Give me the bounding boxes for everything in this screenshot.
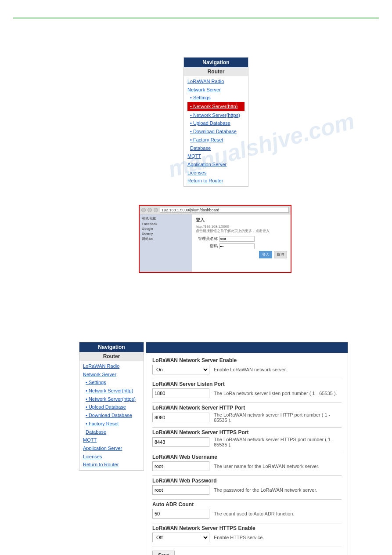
login-buttons: 登入 取消 [196,251,287,258]
nav-link-upload-top[interactable]: • Upload Database [187,119,245,127]
nav-link-mqtt-top[interactable]: MQTT [187,152,245,160]
password-input[interactable] [219,243,255,249]
setting-https-port-input[interactable] [152,437,209,447]
browser-content: 相机收藏 Facebook Google Udemy 网站65 登入 http:… [140,214,291,272]
setting-https-enable-label: LoRaWAN Network Server HTTPS Enable [152,525,342,531]
nav-link-return-bottom[interactable]: Return to Router [83,461,140,469]
nav-link-https-top[interactable]: • Network Server(https) [187,111,245,120]
nav-link-settings-top[interactable]: • Settings [187,94,245,102]
setting-adr-count-desc: The count used to Auto ADR function. [214,511,294,516]
setting-listen-port-content: The LoRa network server listen port numb… [152,388,342,398]
setting-password: LoRaWAN Web Password The password for th… [152,478,342,495]
browser-bookmark-1[interactable]: 相机收藏 [141,216,191,221]
setting-http-port-input[interactable] [152,413,209,422]
nav-link-settings-bottom[interactable]: • Settings [83,378,140,387]
setting-listen-port-input[interactable] [152,388,209,398]
nav-links-top: LoRaWAN Radio Network Server • Settings … [184,76,248,186]
nav-link-download-bottom[interactable]: • Download Database [83,411,140,420]
settings-panel-body: LoRaWAN Network Server Enable OnOff Enab… [146,353,348,555]
username-row: 管理员名称 [196,236,287,242]
setting-username-desc: The user name for the LoRaWAN network se… [214,464,319,469]
setting-adr-count-input[interactable] [152,509,209,519]
nav-router-top: Router [184,67,248,76]
nav-links-bottom: LoRaWAN Radio Network Server • Settings … [79,361,144,470]
nav-router-bottom: Router [79,352,144,361]
nav-link-lorawan-radio-top[interactable]: LoRaWAN Radio [187,77,245,86]
browser-forward[interactable] [147,208,152,212]
setting-http-port-content: The LoRaWAN network server HTTP port num… [152,412,342,423]
setting-enable: LoRaWAN Network Server Enable OnOff Enab… [152,357,342,374]
nav-link-mqtt-bottom[interactable]: MQTT [83,436,140,444]
setting-username-content: The user name for the LoRaWAN network se… [152,461,342,471]
setting-enable-label: LoRaWAN Network Server Enable [152,357,342,363]
username-label: 管理员名称 [196,236,218,242]
setting-username: LoRaWAN Web Username The user name for t… [152,454,342,471]
setting-https-port-label: LoRaWAN Network Server HTTPS Port [152,429,342,435]
nav-link-app-server-bottom[interactable]: Application Server [83,444,140,453]
setting-http-port-label: LoRaWAN Network Server HTTP Port [152,405,342,411]
nav-link-licenses-top[interactable]: Licenses [187,169,245,177]
setting-adr-count-label: Auto ADR Count [152,501,342,508]
nav-header-top: Navigation [184,58,248,67]
browser-screenshot: 192.168.1.5000/js/um/dashboard 相机收藏 Face… [139,205,291,273]
save-button[interactable]: Save [152,551,175,555]
setting-https-enable: LoRaWAN Network Server HTTPS Enable OffO… [152,525,342,542]
username-input[interactable] [219,236,255,242]
setting-adr-count: Auto ADR Count The count used to Auto AD… [152,501,342,519]
setting-enable-desc: Enable LoRaWAN network server. [214,367,287,372]
nav-link-factory-top[interactable]: • Factory Reset Database [187,136,245,152]
browser-bookmark-4[interactable]: Udemy [141,231,191,236]
nav-link-network-server-top[interactable]: Network Server [187,86,245,94]
setting-password-desc: The password for the LoRaWAN network ser… [214,487,317,493]
login-url: http://192.168.1.5000 [196,225,229,229]
setting-https-port: LoRaWAN Network Server HTTPS Port The Lo… [152,429,342,447]
login-hint: 点击链接按钮之前了解此页上的更多，点击登入 [196,229,270,233]
browser-back[interactable] [141,208,146,212]
nav-link-http-top[interactable]: • Network Server(http) [187,102,245,111]
setting-https-port-content: The LoRaWAN network server HTTPS port nu… [152,437,342,447]
cancel-button[interactable]: 取消 [274,251,287,258]
setting-http-port-desc: The LoRaWAN network server HTTP port num… [214,412,342,423]
nav-link-licenses-bottom[interactable]: Licenses [83,453,140,461]
setting-https-port-desc: The LoRaWAN network server HTTPS port nu… [214,437,342,447]
setting-listen-port-label: LoRaWAN Server Listen Port [152,381,342,387]
browser-bookmark-3[interactable]: Google [141,226,191,231]
browser-sidebar: 相机收藏 Facebook Google Udemy 网站65 [140,214,192,272]
setting-username-label: LoRaWAN Web Username [152,454,342,460]
nav-panel-top: Navigation Router LoRaWAN Radio Network … [183,57,248,187]
nav-link-download-top[interactable]: • Download Database [187,127,245,136]
setting-enable-select[interactable]: OnOff [152,365,209,374]
nav-link-network-server-bottom[interactable]: Network Server [83,370,140,379]
nav-link-http-bottom[interactable]: • Network Server(http) [83,387,140,395]
setting-https-enable-select[interactable]: OffOn [152,533,209,542]
nav-link-app-server-top[interactable]: Application Server [187,160,245,169]
setting-enable-content: OnOff Enable LoRaWAN network server. [152,365,342,374]
browser-toolbar: 192.168.1.5000/js/um/dashboard [140,206,291,214]
password-label: 密码 [196,243,218,249]
settings-panel-header [146,342,348,353]
nav-link-factory-bottom[interactable]: • Factory Reset Database [83,420,140,436]
nav-link-https-bottom[interactable]: • Network Server(https) [83,395,140,403]
setting-listen-port-desc: The LoRa network server listen port numb… [214,391,337,396]
browser-bookmark-5[interactable]: 网站65 [141,236,191,242]
top-divider [13,18,379,18]
password-row: 密码 [196,243,287,249]
setting-username-input[interactable] [152,461,209,471]
login-title: 登入 [196,217,287,223]
setting-password-label: LoRaWAN Web Password [152,478,342,484]
login-desc: http://192.168.1.5000 点击链接按钮之前了解此页上的更多，点… [196,225,287,233]
browser-main: 登入 http://192.168.1.5000 点击链接按钮之前了解此页上的更… [192,214,291,272]
setting-password-input[interactable] [152,485,209,495]
setting-https-enable-desc: Enable HTTPS service. [214,535,264,540]
browser-bookmark-2[interactable]: Facebook [141,221,191,226]
settings-panel: LoRaWAN Network Server Enable OnOff Enab… [146,342,348,555]
nav-header-bottom: Navigation [79,342,144,352]
setting-http-port: LoRaWAN Network Server HTTP Port The LoR… [152,405,342,423]
setting-https-enable-content: OffOn Enable HTTPS service. [152,533,342,542]
browser-url-bar[interactable]: 192.168.1.5000/js/um/dashboard [160,207,289,213]
nav-link-upload-bottom[interactable]: • Upload Database [83,403,140,411]
browser-refresh[interactable] [154,208,158,212]
nav-link-lorawan-radio-bottom[interactable]: LoRaWAN Radio [83,362,140,370]
nav-link-return-top[interactable]: Return to Router [187,177,245,185]
login-button[interactable]: 登入 [259,251,272,258]
